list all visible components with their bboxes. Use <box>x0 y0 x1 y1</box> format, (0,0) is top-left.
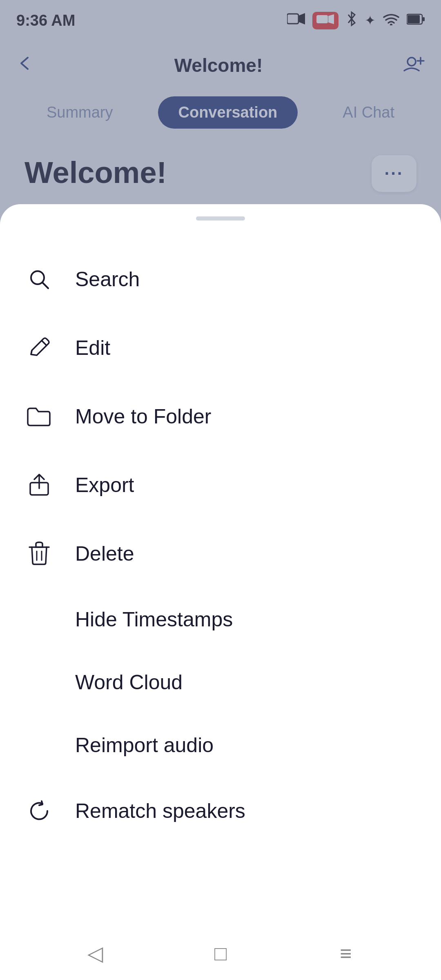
menu-item-edit[interactable]: Edit <box>24 314 416 382</box>
menu-item-move-to-folder[interactable]: Move to Folder <box>24 382 416 451</box>
svg-line-22 <box>31 350 32 354</box>
bottom-nav: ◁ □ ≡ <box>0 927 441 980</box>
svg-line-20 <box>42 283 48 288</box>
refresh-icon <box>24 796 54 826</box>
move-to-folder-label: Move to Folder <box>75 405 211 428</box>
menu-item-rematch-speakers[interactable]: Rematch speakers <box>24 777 416 845</box>
menu-item-delete[interactable]: Delete <box>24 519 416 588</box>
nav-back-button[interactable]: ◁ <box>75 937 116 970</box>
hide-timestamps-label: Hide Timestamps <box>75 608 233 631</box>
menu-item-reimport-audio[interactable]: Reimport audio <box>24 714 416 777</box>
reimport-audio-label: Reimport audio <box>75 733 214 757</box>
word-cloud-label: Word Cloud <box>75 670 183 694</box>
export-icon <box>24 470 54 500</box>
menu-list: Search Edit Move to Folder <box>0 245 441 845</box>
edit-label: Edit <box>75 336 110 360</box>
menu-item-export[interactable]: Export <box>24 451 416 519</box>
edit-icon <box>24 333 54 363</box>
search-icon <box>24 265 54 294</box>
svg-line-21 <box>42 341 47 345</box>
sheet-handle <box>196 216 245 220</box>
rematch-speakers-label: Rematch speakers <box>75 799 245 823</box>
menu-item-search[interactable]: Search <box>24 245 416 314</box>
trash-icon <box>24 539 54 568</box>
menu-item-hide-timestamps[interactable]: Hide Timestamps <box>24 588 416 651</box>
nav-home-button[interactable]: □ <box>200 937 241 970</box>
menu-item-word-cloud[interactable]: Word Cloud <box>24 651 416 714</box>
export-label: Export <box>75 473 134 497</box>
delete-label: Delete <box>75 542 134 566</box>
nav-menu-button[interactable]: ≡ <box>325 937 366 970</box>
search-label: Search <box>75 267 140 291</box>
bottom-sheet: Search Edit Move to Folder <box>0 204 441 980</box>
folder-icon <box>24 402 54 431</box>
